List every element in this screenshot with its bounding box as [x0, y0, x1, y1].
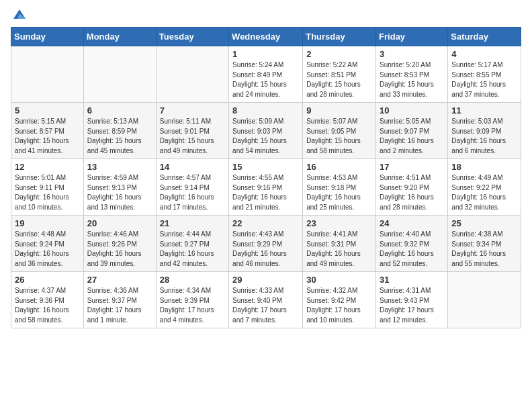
- week-row-1: 5Sunrise: 5:15 AM Sunset: 8:57 PM Daylig…: [11, 103, 521, 159]
- day-info-22: Sunrise: 4:43 AM Sunset: 9:29 PM Dayligh…: [232, 230, 299, 269]
- day-number-21: 21: [160, 218, 225, 228]
- day-cell-10: 10Sunrise: 5:05 AM Sunset: 9:07 PM Dayli…: [376, 103, 448, 159]
- day-cell-6: 6Sunrise: 5:13 AM Sunset: 8:59 PM Daylig…: [83, 103, 156, 159]
- day-info-18: Sunrise: 4:49 AM Sunset: 9:22 PM Dayligh…: [451, 173, 517, 212]
- day-cell-21: 21Sunrise: 4:44 AM Sunset: 9:27 PM Dayli…: [156, 216, 228, 272]
- day-number-26: 26: [15, 275, 80, 285]
- empty-cell: [156, 46, 228, 103]
- day-cell-11: 11Sunrise: 5:03 AM Sunset: 9:09 PM Dayli…: [448, 103, 521, 159]
- empty-cell: [11, 46, 84, 103]
- logo-icon: [12, 7, 27, 21]
- day-cell-5: 5Sunrise: 5:15 AM Sunset: 8:57 PM Daylig…: [11, 103, 84, 159]
- day-cell-4: 4Sunrise: 5:17 AM Sunset: 8:55 PM Daylig…: [448, 46, 521, 103]
- day-number-16: 16: [306, 162, 372, 172]
- day-number-31: 31: [380, 275, 444, 285]
- day-info-30: Sunrise: 4:32 AM Sunset: 9:42 PM Dayligh…: [306, 286, 372, 325]
- day-cell-31: 31Sunrise: 4:31 AM Sunset: 9:43 PM Dayli…: [376, 272, 448, 328]
- day-cell-14: 14Sunrise: 4:57 AM Sunset: 9:14 PM Dayli…: [156, 159, 228, 216]
- week-row-4: 26Sunrise: 4:37 AM Sunset: 9:36 PM Dayli…: [11, 272, 521, 328]
- day-info-11: Sunrise: 5:03 AM Sunset: 9:09 PM Dayligh…: [451, 117, 517, 156]
- day-info-23: Sunrise: 4:41 AM Sunset: 9:31 PM Dayligh…: [306, 230, 372, 269]
- day-info-7: Sunrise: 5:11 AM Sunset: 9:01 PM Dayligh…: [160, 117, 225, 156]
- day-info-28: Sunrise: 4:34 AM Sunset: 9:39 PM Dayligh…: [160, 286, 225, 325]
- day-cell-24: 24Sunrise: 4:40 AM Sunset: 9:32 PM Dayli…: [376, 216, 448, 272]
- day-info-1: Sunrise: 5:24 AM Sunset: 8:49 PM Dayligh…: [232, 60, 299, 99]
- day-cell-7: 7Sunrise: 5:11 AM Sunset: 9:01 PM Daylig…: [156, 103, 228, 159]
- day-number-11: 11: [451, 105, 517, 116]
- day-cell-8: 8Sunrise: 5:09 AM Sunset: 9:03 PM Daylig…: [229, 103, 303, 159]
- day-number-14: 14: [160, 162, 225, 172]
- day-number-3: 3: [380, 49, 444, 59]
- day-number-20: 20: [87, 218, 152, 228]
- day-number-22: 22: [232, 218, 299, 228]
- day-info-16: Sunrise: 4:53 AM Sunset: 9:18 PM Dayligh…: [306, 173, 372, 212]
- day-number-2: 2: [306, 49, 372, 59]
- day-header-tuesday: Tuesday: [156, 28, 228, 46]
- day-cell-12: 12Sunrise: 5:01 AM Sunset: 9:11 PM Dayli…: [11, 159, 84, 216]
- day-info-26: Sunrise: 4:37 AM Sunset: 9:36 PM Dayligh…: [15, 286, 80, 325]
- empty-cell: [448, 272, 521, 328]
- day-info-24: Sunrise: 4:40 AM Sunset: 9:32 PM Dayligh…: [380, 230, 444, 269]
- day-cell-3: 3Sunrise: 5:20 AM Sunset: 8:53 PM Daylig…: [376, 46, 448, 103]
- day-number-13: 13: [87, 162, 152, 172]
- day-cell-17: 17Sunrise: 4:51 AM Sunset: 9:20 PM Dayli…: [376, 159, 448, 216]
- week-row-2: 12Sunrise: 5:01 AM Sunset: 9:11 PM Dayli…: [11, 159, 521, 216]
- day-header-monday: Monday: [83, 28, 156, 46]
- day-header-wednesday: Wednesday: [229, 28, 303, 46]
- day-number-15: 15: [232, 162, 299, 172]
- day-info-14: Sunrise: 4:57 AM Sunset: 9:14 PM Dayligh…: [160, 173, 225, 212]
- day-info-8: Sunrise: 5:09 AM Sunset: 9:03 PM Dayligh…: [232, 117, 299, 156]
- day-number-28: 28: [160, 275, 225, 285]
- day-number-8: 8: [232, 105, 299, 116]
- day-info-12: Sunrise: 5:01 AM Sunset: 9:11 PM Dayligh…: [15, 173, 80, 212]
- day-number-19: 19: [15, 218, 80, 228]
- day-info-27: Sunrise: 4:36 AM Sunset: 9:37 PM Dayligh…: [87, 286, 152, 325]
- calendar-table: SundayMondayTuesdayWednesdayThursdayFrid…: [11, 27, 521, 328]
- day-number-10: 10: [380, 105, 444, 116]
- day-number-23: 23: [306, 218, 372, 228]
- day-cell-1: 1Sunrise: 5:24 AM Sunset: 8:49 PM Daylig…: [229, 46, 303, 103]
- header: [11, 7, 521, 21]
- empty-cell: [83, 46, 156, 103]
- day-info-15: Sunrise: 4:55 AM Sunset: 9:16 PM Dayligh…: [232, 173, 299, 212]
- day-cell-13: 13Sunrise: 4:59 AM Sunset: 9:13 PM Dayli…: [83, 159, 156, 216]
- day-info-17: Sunrise: 4:51 AM Sunset: 9:20 PM Dayligh…: [380, 173, 444, 212]
- day-header-thursday: Thursday: [303, 28, 376, 46]
- day-cell-2: 2Sunrise: 5:22 AM Sunset: 8:51 PM Daylig…: [303, 46, 376, 103]
- day-cell-9: 9Sunrise: 5:07 AM Sunset: 9:05 PM Daylig…: [303, 103, 376, 159]
- day-info-5: Sunrise: 5:15 AM Sunset: 8:57 PM Dayligh…: [15, 117, 80, 156]
- day-number-18: 18: [451, 162, 517, 172]
- day-cell-30: 30Sunrise: 4:32 AM Sunset: 9:42 PM Dayli…: [303, 272, 376, 328]
- day-number-9: 9: [306, 105, 372, 116]
- day-cell-27: 27Sunrise: 4:36 AM Sunset: 9:37 PM Dayli…: [83, 272, 156, 328]
- day-info-6: Sunrise: 5:13 AM Sunset: 8:59 PM Dayligh…: [87, 117, 152, 156]
- day-cell-26: 26Sunrise: 4:37 AM Sunset: 9:36 PM Dayli…: [11, 272, 84, 328]
- day-cell-23: 23Sunrise: 4:41 AM Sunset: 9:31 PM Dayli…: [303, 216, 376, 272]
- day-info-9: Sunrise: 5:07 AM Sunset: 9:05 PM Dayligh…: [306, 117, 372, 156]
- day-number-4: 4: [451, 49, 517, 59]
- day-number-1: 1: [232, 49, 299, 59]
- day-number-25: 25: [451, 218, 517, 228]
- day-cell-25: 25Sunrise: 4:38 AM Sunset: 9:34 PM Dayli…: [448, 216, 521, 272]
- day-cell-20: 20Sunrise: 4:46 AM Sunset: 9:26 PM Dayli…: [83, 216, 156, 272]
- day-header-friday: Friday: [376, 28, 448, 46]
- day-cell-19: 19Sunrise: 4:48 AM Sunset: 9:24 PM Dayli…: [11, 216, 84, 272]
- days-header-row: SundayMondayTuesdayWednesdayThursdayFrid…: [11, 28, 521, 46]
- day-number-6: 6: [87, 105, 152, 116]
- day-cell-15: 15Sunrise: 4:55 AM Sunset: 9:16 PM Dayli…: [229, 159, 303, 216]
- week-row-0: 1Sunrise: 5:24 AM Sunset: 8:49 PM Daylig…: [11, 46, 521, 103]
- day-info-19: Sunrise: 4:48 AM Sunset: 9:24 PM Dayligh…: [15, 230, 80, 269]
- day-cell-18: 18Sunrise: 4:49 AM Sunset: 9:22 PM Dayli…: [448, 159, 521, 216]
- day-header-saturday: Saturday: [448, 28, 521, 46]
- logo: [11, 7, 27, 21]
- day-number-12: 12: [15, 162, 80, 172]
- day-info-20: Sunrise: 4:46 AM Sunset: 9:26 PM Dayligh…: [87, 230, 152, 269]
- day-cell-29: 29Sunrise: 4:33 AM Sunset: 9:40 PM Dayli…: [229, 272, 303, 328]
- day-info-25: Sunrise: 4:38 AM Sunset: 9:34 PM Dayligh…: [451, 230, 517, 269]
- day-number-17: 17: [380, 162, 444, 172]
- day-cell-16: 16Sunrise: 4:53 AM Sunset: 9:18 PM Dayli…: [303, 159, 376, 216]
- day-info-10: Sunrise: 5:05 AM Sunset: 9:07 PM Dayligh…: [380, 117, 444, 156]
- day-number-29: 29: [232, 275, 299, 285]
- day-info-21: Sunrise: 4:44 AM Sunset: 9:27 PM Dayligh…: [160, 230, 225, 269]
- day-info-13: Sunrise: 4:59 AM Sunset: 9:13 PM Dayligh…: [87, 173, 152, 212]
